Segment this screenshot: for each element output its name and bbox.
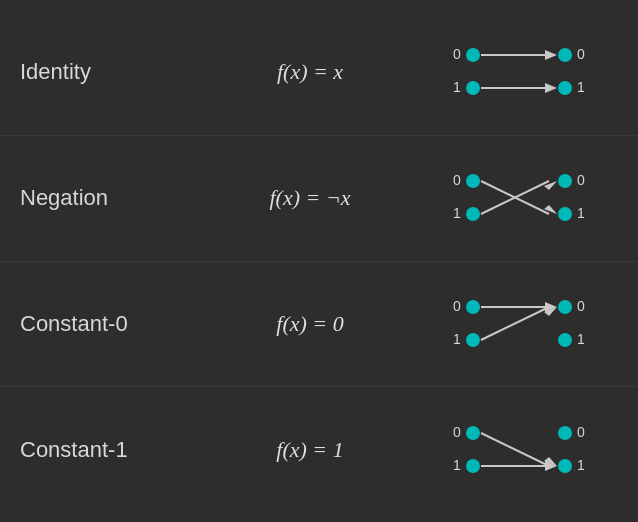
- svg-point-39: [466, 459, 480, 473]
- constant0-label: Constant-0: [20, 311, 200, 337]
- svg-text:1: 1: [577, 331, 585, 347]
- identity-label: Identity: [20, 59, 200, 85]
- svg-point-13: [466, 174, 480, 188]
- negation-diagram: 0 1 0 1: [420, 163, 618, 233]
- identity-formula: f(x) = x: [200, 59, 420, 85]
- constant1-row: Constant-1 f(x) = 1 0 1 0: [0, 387, 638, 512]
- constant0-row: Constant-0 f(x) = 0 0 1 0: [0, 262, 638, 388]
- svg-text:1: 1: [453, 205, 461, 221]
- constant1-svg: 0 1 0 1: [449, 415, 589, 485]
- svg-text:1: 1: [453, 457, 461, 473]
- identity-formula-text: f(x) = x: [277, 59, 343, 85]
- svg-text:0: 0: [453, 46, 461, 62]
- negation-formula-text: f(x) = ¬x: [269, 185, 350, 211]
- svg-text:0: 0: [453, 172, 461, 188]
- constant0-diagram: 0 1 0 1: [420, 289, 618, 359]
- svg-point-10: [558, 81, 572, 95]
- constant1-formula: f(x) = 1: [200, 437, 420, 463]
- constant1-formula-text: f(x) = 1: [276, 437, 343, 463]
- svg-point-44: [558, 426, 572, 440]
- svg-text:0: 0: [453, 424, 461, 440]
- svg-text:0: 0: [577, 424, 585, 440]
- svg-text:1: 1: [577, 79, 585, 95]
- svg-point-37: [466, 426, 480, 440]
- negation-row: Negation f(x) = ¬x 0 1 0: [0, 136, 638, 262]
- svg-point-15: [466, 207, 480, 221]
- svg-point-1: [466, 48, 480, 62]
- svg-point-25: [466, 300, 480, 314]
- constant0-formula-text: f(x) = 0: [276, 311, 343, 337]
- svg-text:1: 1: [577, 457, 585, 473]
- main-container: Identity f(x) = x 0 0 1 1: [0, 0, 638, 522]
- svg-point-4: [558, 48, 572, 62]
- svg-text:0: 0: [577, 172, 585, 188]
- negation-label: Negation: [20, 185, 200, 211]
- negation-formula: f(x) = ¬x: [200, 185, 420, 211]
- svg-point-7: [466, 81, 480, 95]
- svg-point-32: [558, 300, 572, 314]
- constant1-diagram: 0 1 0 1: [420, 415, 618, 485]
- svg-point-20: [558, 174, 572, 188]
- constant0-svg: 0 1 0 1: [449, 289, 589, 359]
- svg-text:0: 0: [577, 298, 585, 314]
- svg-text:0: 0: [577, 46, 585, 62]
- svg-text:1: 1: [577, 205, 585, 221]
- svg-point-34: [558, 333, 572, 347]
- svg-line-40: [481, 433, 549, 466]
- svg-marker-3: [545, 50, 557, 60]
- svg-point-22: [558, 207, 572, 221]
- svg-text:1: 1: [453, 331, 461, 347]
- svg-point-46: [558, 459, 572, 473]
- identity-row: Identity f(x) = x 0 0 1 1: [0, 10, 638, 136]
- svg-text:1: 1: [453, 79, 461, 95]
- negation-svg: 0 1 0 1: [449, 163, 589, 233]
- identity-svg: 0 0 1 1: [449, 37, 589, 107]
- constant0-formula: f(x) = 0: [200, 311, 420, 337]
- svg-line-30: [481, 307, 549, 340]
- constant1-label: Constant-1: [20, 437, 200, 463]
- identity-diagram: 0 0 1 1: [420, 37, 618, 107]
- svg-marker-9: [545, 83, 557, 93]
- svg-point-27: [466, 333, 480, 347]
- svg-text:0: 0: [453, 298, 461, 314]
